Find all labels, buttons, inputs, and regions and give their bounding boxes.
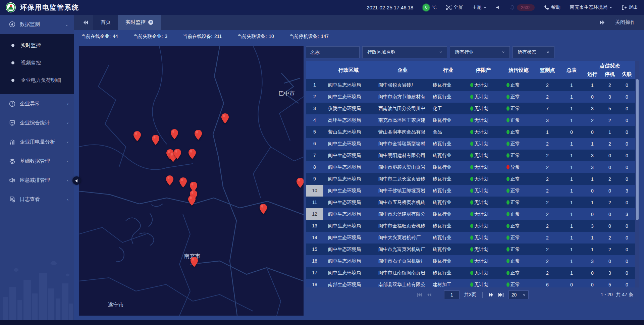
map-pin[interactable] [171,129,178,139]
map-pin[interactable] [189,149,196,159]
map-pin[interactable] [260,204,267,214]
map-pin[interactable] [191,257,198,267]
table-row[interactable]: 5营山生态环境局营山县润丰肉食品有限食品无计划正常10010 [306,126,639,138]
cell-facility: 正常 [502,176,535,182]
cell-points: 7 [535,106,559,111]
stat-item: 当前在线设备:211 [183,34,222,40]
col-header-stop: 停机 [601,69,619,79]
sidebar-item-power-analysis[interactable]: 企业用电量分析 ‹ [0,132,74,152]
map-pin[interactable] [297,178,304,188]
table-row[interactable]: 9阆中生态环境局阆中市二龙长宝页岩砖砖瓦行业无计划正常21120 [306,173,639,185]
map-pin[interactable] [166,175,173,185]
facility-text: 正常 [511,200,520,205]
map-panel[interactable]: 巴中市南充市遂宁市 [79,46,304,316]
map-pin[interactable] [174,149,181,159]
map-pin[interactable] [133,131,141,141]
status-dot-green [506,118,509,122]
help-button[interactable]: 帮助 [544,4,560,10]
table-row[interactable]: 2阆中生态环境局阆中市南方节能建材有砖瓦行业无计划正常21030 [306,91,639,103]
sidebar-item-data-monitoring[interactable]: 数据监测 ⌄ [0,15,74,34]
map-pin[interactable] [221,113,229,123]
first-page-button[interactable] [417,292,422,297]
region-filter-select[interactable]: 行政区域名称 ∨ [362,46,447,58]
table-row[interactable]: 13阆中生态环境局阆中市金福旺页岩机砖砖瓦行业无计划正常21300 [306,220,639,232]
table-row[interactable]: 11阆中生态环境局阆中市五马桥页岩机砖砖瓦行业无计划正常21120 [306,197,639,208]
cell-points: 2 [535,270,559,276]
cell-plan: 无计划 [465,235,502,241]
stats-icon [9,120,15,126]
sidebar-item-enterprise-abnormal[interactable]: 企业异常 ‹ [0,94,74,113]
page-number-input[interactable] [444,290,460,299]
tab-home[interactable]: 首页 [93,15,118,30]
table-row[interactable]: 7阆中生态环境局阆中明阳建材有限公司砖瓦行业无计划正常21300 [306,150,639,161]
table-row[interactable]: 3仪陇生态环境局西南油气田分公司川中化工无计划正常71350 [306,103,639,114]
tab-realtime-monitor[interactable]: 实时监控 ✕ [118,15,161,30]
last-page-button[interactable] [498,292,504,297]
cell-stop: 5 [601,106,619,111]
logout-button[interactable]: 退出 [622,4,638,10]
cell-index: 18 [306,279,323,287]
cell-stop: 2 [601,118,619,123]
notifications-button[interactable]: 2632 [510,4,535,11]
cell-run: 3 [584,165,601,170]
fullscreen-button[interactable]: 全屏 [446,4,463,10]
status-dot-green [470,271,473,275]
chevron-down-icon [609,7,612,8]
cell-index: 2 [306,91,323,103]
cell-lost: 0 [619,153,635,158]
map-pin[interactable] [188,196,196,206]
sound-mute-button[interactable] [496,5,500,10]
chevron-left-icon [75,179,77,182]
industry-filter-select[interactable]: 所有行业 ∨ [450,46,510,58]
double-chevron-right-icon[interactable] [600,20,605,25]
theme-menu-button[interactable]: 主题 [472,4,486,10]
plan-text: 无计划 [474,129,488,134]
sidebar-collapse-handle[interactable] [72,176,81,185]
map-pin[interactable] [195,130,202,140]
sidebar-item-enterprise-statistics[interactable]: 企业综合统计 ‹ [0,113,74,132]
prev-page-button[interactable] [427,292,432,297]
status-dot-green [506,200,509,205]
table-row[interactable]: 15阆中生态环境局阆中市光富页岩机砖厂砖瓦行业无计划正常21120 [306,243,639,255]
close-operations-button[interactable]: 关闭操作 [615,19,635,25]
chevron-down-icon: ∨ [439,50,442,54]
fullscreen-icon [446,5,451,10]
cell-stop: 0 [601,259,619,264]
map-pin-icon [297,178,304,188]
next-page-button[interactable] [489,292,493,297]
table-row[interactable]: 12阆中生态环境局阆中市忠信建材有限公砖瓦行业无计划正常21003 [306,208,639,220]
table-row[interactable]: 17阆中生态环境局阆中市江南镇阆南页岩砖瓦行业无计划正常21030 [306,267,639,279]
stat-label: 当前在线企业: [81,34,111,40]
sidebar-item-base-data[interactable]: 基础数据管理 ‹ [0,152,74,171]
table-row[interactable]: 1阆中生态环境局阆中强锐页岩砖厂砖瓦行业无计划正常21120 [306,79,639,91]
map-pin[interactable] [152,135,159,145]
sidebar-item-power-load-detail[interactable]: 企业电力负荷明细 [0,71,74,89]
tab-close-icon[interactable]: ✕ [148,20,153,25]
status-dot-green [470,165,473,169]
table-row[interactable]: 16阆中生态环境局阆中市石子页岩机砖厂砖瓦行业无计划正常21300 [306,255,639,267]
page-size-select[interactable]: 20 ∨ [508,290,529,299]
status-dot-green [470,282,473,287]
tabs-scroll-left-button[interactable] [78,15,93,30]
plan-text: 无计划 [474,270,488,275]
sidebar-item-video-monitor[interactable]: 视频监控 [0,54,74,71]
sidebar-item-realtime-monitor[interactable]: 实时监控 [0,37,74,54]
sidebar-item-log-view[interactable]: 日志查看 ‹ [0,190,74,209]
name-filter-input[interactable] [306,46,360,58]
cell-run: 3 [584,223,601,229]
sidebar-item-emergency-reduction[interactable]: 应急减排管理 ‹ [0,171,74,190]
scrollbar-thumb[interactable] [636,79,639,220]
table-row[interactable]: 8阆中生态环境局阆中市枣碧大梁山页岩砖瓦行业无计划异常21300 [306,161,639,173]
sidebar-item-label: 数据监测 [20,21,40,28]
user-menu-button[interactable]: 南充市生态环境局 [570,4,612,10]
table-scrollbar[interactable] [635,61,639,287]
table-row[interactable]: 6阆中生态环境局阆中市金博瑞新型墙材砖瓦行业无计划正常21120 [306,138,639,150]
table-row[interactable]: 18南部生态环境局南部县双华土砖有限公建材加工无计划正常60050 [306,279,639,287]
submenu-item-label: 企业电力负荷明细 [21,77,61,84]
table-row[interactable]: 14阆中生态环境局阆中大兴页岩机砖厂砖瓦行业无计划正常21120 [306,232,639,243]
status-filter-select[interactable]: 所有状态 ∨ [513,46,554,58]
table-row[interactable]: 10阆中生态环境局阆中千佛镇五郎垭页岩砖瓦行业无计划正常21003 [306,185,639,197]
table-row[interactable]: 4高坪生态环境局南充市高坪区王家店建砖瓦行业无计划正常31220 [306,114,639,126]
map-pin[interactable] [179,177,187,187]
plan-text: 无计划 [474,82,488,88]
